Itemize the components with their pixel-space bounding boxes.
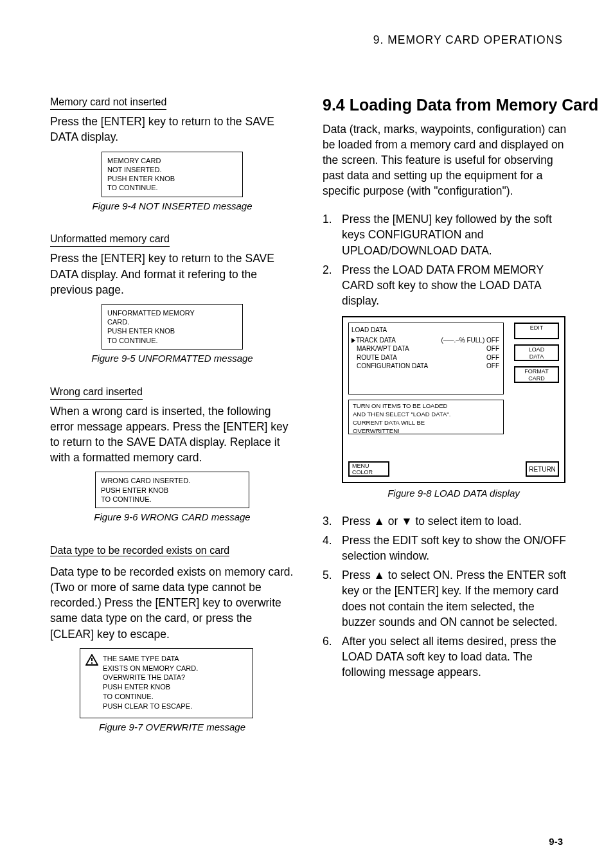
instr-line: AND THEN SELECT "LOAD DATA". xyxy=(353,411,499,419)
instr-line: CURRENT DATA WILL BE xyxy=(353,419,499,427)
figure-label-9-7: Figure 9-7 OVERWRITE message xyxy=(50,721,294,734)
msg-line: TO CONTINUE. xyxy=(107,183,237,192)
figure-label-9-6: Figure 9-6 WRONG CARD message xyxy=(50,511,294,524)
return-button[interactable]: RETURN xyxy=(526,461,559,477)
para-unformatted: Press the [ENTER] key to return to the S… xyxy=(50,251,294,297)
msg-line: MEMORY CARD xyxy=(107,156,237,165)
soft-key-edit[interactable]: EDIT xyxy=(514,323,559,339)
para-exists: Data type to be recorded exists on memor… xyxy=(50,564,294,642)
list-item: TRACK DATA (–––.–% FULL) OFF xyxy=(351,336,499,345)
list-item: CONFIGURATION DATAOFF xyxy=(351,362,499,371)
list-item: 1.Press the [MENU] key followed by the s… xyxy=(323,211,567,258)
msg-line: OVERWRITE THE DATA? xyxy=(103,673,244,682)
svg-rect-0 xyxy=(91,658,93,661)
load-data-list: LOAD DATA TRACK DATA (–––.–% FULL) OFF M… xyxy=(348,323,504,394)
list-item: MARK/WPT DATAOFF xyxy=(351,344,499,353)
msg-line: TO CONTINUE. xyxy=(107,336,237,345)
list-item: 4.Press the EDIT soft key to show the ON… xyxy=(323,533,567,563)
section-heading-9-4: 9.4 Loading Data from Memory Card xyxy=(323,94,567,116)
list-item: 2.Press the LOAD DATA FROM MEMORY CARD s… xyxy=(323,262,567,308)
instr-line: OVERWRITTEN! xyxy=(353,427,499,436)
para-wrong-card: When a wrong card is inserted, the follo… xyxy=(50,403,294,466)
triangle-cursor-icon xyxy=(351,338,355,343)
right-column: 9.4 Loading Data from Memory Card Data (… xyxy=(323,94,567,734)
para-not-inserted: Press the [ENTER] key to return to the S… xyxy=(50,114,294,145)
subheading-wrong-card: Wrong card inserted xyxy=(50,385,143,400)
msg-line: UNFORMATTED MEMORY xyxy=(107,308,237,317)
msg-line: NOT INSERTED. xyxy=(107,165,237,174)
msg-line: EXISTS ON MEMORY CARD. xyxy=(103,664,244,673)
msg-line: PUSH ENTER KNOB xyxy=(107,174,237,183)
msg-line: PUSH CLEAR TO ESCAPE. xyxy=(103,702,244,711)
msg-line: PUSH ENTER KNOB xyxy=(103,682,244,692)
load-instruction-box: TURN ON ITEMS TO BE LOADED AND THEN SELE… xyxy=(348,400,504,434)
msg-box-not-inserted: MEMORY CARD NOT INSERTED. PUSH ENTER KNO… xyxy=(102,152,243,197)
msg-line: TO CONTINUE. xyxy=(101,495,244,504)
msg-box-unformatted: UNFORMATTED MEMORY CARD. PUSH ENTER KNOB… xyxy=(102,304,243,350)
warning-icon xyxy=(85,654,98,666)
list-item: 5.Press ▲ to select ON. Press the ENTER … xyxy=(323,567,567,630)
soft-key-format-card[interactable]: FORMATCARD xyxy=(514,366,559,383)
load-title: LOAD DATA xyxy=(351,326,499,335)
list-item: 6.After you select all items desired, pr… xyxy=(323,633,567,680)
subheading-exists: Data type to be recorded exists on card xyxy=(50,544,229,558)
figure-label-9-5: Figure 9-5 UNFORMATTED message xyxy=(50,352,294,366)
msg-line: TO CONTINUE. xyxy=(103,692,244,702)
menu-color-button[interactable]: MENUCOLOR xyxy=(348,461,389,477)
load-data-display: LOAD DATA TRACK DATA (–––.–% FULL) OFF M… xyxy=(342,316,565,483)
msg-line: PUSH ENTER KNOB xyxy=(107,326,237,335)
soft-key-load-data[interactable]: LOADDATA xyxy=(514,344,559,361)
intro-para: Data (track, marks, waypoints, configura… xyxy=(323,121,567,199)
left-column: Memory card not inserted Press the [ENTE… xyxy=(50,94,294,734)
page-number: 9-3 xyxy=(549,835,563,849)
page-header: 9. MEMORY CARD OPERATIONS xyxy=(50,32,563,48)
figure-label-9-4: Figure 9-4 NOT INSERTED message xyxy=(50,200,294,213)
instr-line: TURN ON ITEMS TO BE LOADED xyxy=(353,402,499,411)
subheading-not-inserted: Memory card not inserted xyxy=(50,95,166,110)
list-item: 3.Press ▲ or ▼ to select item to load. xyxy=(323,513,567,529)
msg-box-wrong-card: WRONG CARD INSERTED. PUSH ENTER KNOB TO … xyxy=(95,472,249,508)
msg-box-overwrite: THE SAME TYPE DATA EXISTS ON MEMORY CARD… xyxy=(80,648,253,718)
msg-line: PUSH ENTER KNOB xyxy=(101,486,244,495)
msg-line: CARD. xyxy=(107,317,237,326)
msg-line: THE SAME TYPE DATA xyxy=(103,654,244,664)
subheading-unformatted: Unformatted memory card xyxy=(50,232,170,247)
figure-label-9-8: Figure 9-8 LOAD DATA display xyxy=(342,487,565,500)
svg-rect-1 xyxy=(91,662,93,664)
list-item: ROUTE DATAOFF xyxy=(351,353,499,362)
msg-line: WRONG CARD INSERTED. xyxy=(101,476,244,485)
